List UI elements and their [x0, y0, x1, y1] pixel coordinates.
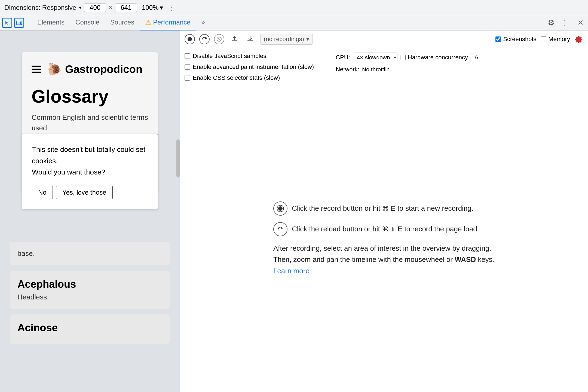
css-selector-label: Enable CSS selector stats (slow) — [193, 74, 280, 81]
tab-right-icons: ⚙ ⋮ ✕ — [548, 17, 586, 28]
cookie-buttons: No Yes, love those — [32, 186, 148, 199]
more-tabs-icon: » — [201, 19, 205, 26]
hw-concurrency-checkbox[interactable] — [400, 55, 406, 60]
screenshots-checkbox[interactable] — [495, 36, 501, 42]
tab-console-label: Console — [75, 19, 99, 26]
zoom-chevron-icon: ▾ — [160, 4, 163, 11]
record-bar-right: Screenshots Memory — [495, 34, 583, 45]
instr1-end: to start a new recording. — [397, 204, 473, 212]
disable-js-checkbox[interactable] — [185, 53, 190, 59]
record-button[interactable] — [185, 34, 195, 44]
wasd-keys: WASD — [455, 255, 476, 264]
screenshots-checkbox-label[interactable]: Screenshots — [495, 36, 536, 43]
disable-js-row: Disable JavaScript samples — [185, 53, 314, 60]
divider — [28, 18, 28, 28]
svg-rect-1 — [20, 22, 22, 24]
tab-performance-label: Performance — [153, 19, 190, 26]
site-name: Gastropodicon — [65, 63, 142, 75]
height-input[interactable] — [115, 3, 137, 12]
reload-button[interactable] — [199, 34, 210, 44]
tab-console[interactable]: Console — [70, 15, 105, 30]
network-label: Network: — [336, 66, 359, 73]
hw-concurrency-label: Hardware concurrency — [408, 54, 468, 61]
dimensions-label[interactable]: Dimensions: Responsive — [4, 4, 76, 11]
devtools-tabs: Elements Console Sources ⚠ Performance »… — [0, 15, 588, 30]
instruction-row-1: Click the record button or hit ⌘ E to st… — [273, 201, 494, 216]
cookie-text-line2: Would you want those? — [32, 168, 105, 176]
devtools-left-icons — [2, 18, 30, 28]
memory-checkbox[interactable] — [541, 36, 546, 42]
instruction-text-1: Click the record button or hit ⌘ E to st… — [292, 203, 473, 214]
after-recording-text: After recording, select an area of inter… — [273, 243, 494, 277]
hw-concurrency-row: Hardware concurrency — [400, 53, 483, 62]
recording-area: Click the record button or hit ⌘ E to st… — [180, 86, 588, 392]
card-acephalous: Acephalous Headless. — [10, 271, 170, 309]
tab-performance[interactable]: ⚠ Performance — [140, 15, 196, 30]
devtools-panel: (no recordings) ▾ Screenshots Memory — [180, 30, 588, 392]
tab-elements[interactable]: Elements — [32, 15, 70, 30]
learn-more-link[interactable]: Learn more — [273, 267, 310, 275]
card-truncated: base. — [10, 242, 170, 265]
upload-icon — [231, 35, 238, 42]
tab-more[interactable]: » — [196, 15, 210, 30]
instr1-or: or hit ⌘ E — [365, 204, 397, 212]
network-row: Network: No throttlin — [336, 66, 483, 73]
main-content: 🐌 Gastropodicon Glossary Common English … — [0, 30, 588, 392]
cookie-text-line1: This site doesn't but totally could set … — [32, 145, 145, 165]
red-gear-icon — [574, 34, 583, 43]
hamburger-icon[interactable] — [32, 66, 41, 73]
network-value: No throttlin — [362, 66, 390, 73]
reload-icon — [201, 36, 207, 42]
dim-x-label: × — [109, 4, 112, 11]
adv-paint-row: Enable advanced paint instrumentation (s… — [185, 63, 314, 71]
settings-col-right: CPU: 4× slowdown Hardware concurrency Ne… — [336, 53, 483, 73]
tab-sources[interactable]: Sources — [105, 15, 140, 30]
upload-button[interactable] — [229, 34, 240, 45]
warning-icon: ⚠ — [145, 18, 151, 27]
inspect-cursor-icon[interactable] — [2, 18, 12, 28]
memory-checkbox-label[interactable]: Memory — [541, 36, 570, 43]
card-acinose-title: Acinose — [17, 322, 162, 334]
reload-circle-icon — [273, 222, 287, 236]
cpu-select[interactable]: 4× slowdown — [353, 53, 397, 62]
adv-paint-checkbox[interactable] — [185, 64, 190, 70]
dimensions-chevron-icon[interactable]: ▾ — [79, 5, 81, 11]
performance-settings-icon[interactable] — [574, 34, 583, 45]
stop-button[interactable] — [214, 34, 224, 44]
instr2-end: to record the page load. — [404, 225, 479, 233]
after-line1: After recording, select an area of inter… — [273, 244, 491, 252]
screenshots-label: Screenshots — [503, 36, 536, 43]
recordings-dropdown[interactable]: (no recordings) ▾ — [260, 34, 313, 45]
svg-line-3 — [218, 38, 221, 41]
card-acephalous-desc: Headless. — [17, 293, 162, 301]
recording-instructions: Click the record button or hit ⌘ E to st… — [273, 201, 494, 277]
hamburger-line-2 — [32, 69, 41, 70]
after-line2: Then, zoom and pan the timeline with the… — [273, 255, 453, 264]
zoom-value: 100% — [142, 4, 158, 11]
css-selector-checkbox[interactable] — [185, 75, 190, 81]
cookie-no-button[interactable]: No — [32, 186, 53, 199]
cookie-yes-button[interactable]: Yes, love those — [56, 186, 113, 199]
devtools-more-icon[interactable]: ⋮ — [559, 17, 571, 28]
browser-panel: 🐌 Gastropodicon Glossary Common English … — [0, 30, 180, 392]
top-bar-left: Dimensions: Responsive ▾ × 100% ▾ ⋮ — [4, 2, 584, 13]
instr1-part1: Click the record button — [292, 204, 363, 212]
site-logo: 🐌 Gastropodicon — [47, 62, 142, 76]
instruction-row-2: Click the reload button or hit ⌘ ⇧ E to … — [273, 222, 494, 236]
hw-concurrency-input[interactable] — [470, 53, 483, 62]
devtools-close-icon[interactable]: ✕ — [575, 17, 586, 28]
recordings-placeholder: (no recordings) — [264, 36, 304, 43]
download-button[interactable] — [244, 34, 256, 45]
device-mode-icon[interactable] — [14, 18, 24, 28]
cpu-row: CPU: 4× slowdown Hardware concurrency — [336, 53, 483, 62]
topbar-more-icon[interactable]: ⋮ — [166, 2, 178, 13]
scrollbar[interactable] — [176, 139, 180, 177]
recordings-chevron-icon: ▾ — [306, 36, 309, 43]
adv-paint-label: Enable advanced paint instrumentation (s… — [193, 63, 314, 71]
snail-icon: 🐌 — [47, 62, 62, 76]
zoom-label[interactable]: 100% ▾ — [142, 4, 163, 11]
settings-bar: Disable JavaScript samples Enable advanc… — [180, 48, 588, 86]
width-input[interactable] — [84, 3, 106, 12]
stop-icon — [216, 36, 222, 42]
devtools-settings-icon[interactable]: ⚙ — [548, 18, 555, 27]
